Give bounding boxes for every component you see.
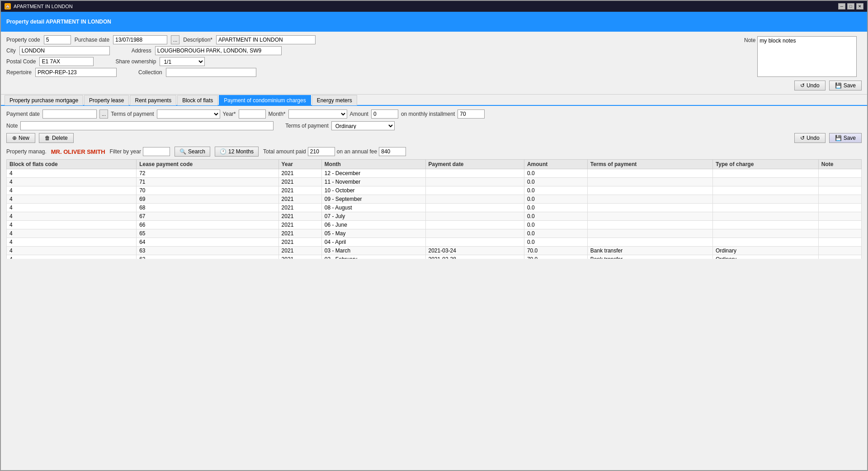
col-block-code: Block of flats code	[7, 160, 137, 169]
table-container: Block of flats code Lease payment code Y…	[6, 159, 862, 259]
title-bar-title: APARTMENT IN LONDON	[14, 4, 73, 9]
col-month: Month	[321, 160, 425, 169]
address-input[interactable]	[155, 46, 282, 55]
col-terms: Terms of payment	[587, 160, 712, 169]
payment-save-label: Save	[844, 135, 856, 141]
repertoire-label: Repertoire	[6, 69, 32, 76]
annual-fee-label: on an annual fee	[337, 148, 377, 155]
table-cell	[818, 195, 861, 204]
delete-button[interactable]: 🗑 Delete	[39, 133, 74, 143]
table-cell	[425, 186, 524, 195]
table-cell: 10 - October	[321, 186, 425, 195]
description-label: Description*	[183, 37, 212, 43]
table-cell	[818, 178, 861, 186]
table-cell: 12 - December	[321, 169, 425, 178]
table-cell	[818, 238, 861, 247]
table-cell	[425, 212, 524, 221]
table-row[interactable]: 468202108 - August0.0	[7, 204, 862, 212]
payment-undo-label: Undo	[807, 135, 820, 141]
table-row[interactable]: 470202110 - October0.0	[7, 186, 862, 195]
table-cell: 07 - July	[321, 212, 425, 221]
purchase-date-input[interactable]	[113, 35, 167, 44]
amount-label: Amount	[350, 111, 368, 117]
col-payment-date: Payment date	[425, 160, 524, 169]
new-button[interactable]: ⊕ New	[6, 133, 35, 143]
payment-save-button[interactable]: 💾 Save	[829, 133, 862, 143]
minimize-button[interactable]: ─	[838, 3, 845, 10]
tab-energy[interactable]: Energy meters	[312, 95, 357, 105]
payment-date-dots-button[interactable]: ...	[99, 109, 108, 119]
annual-fee-input[interactable]	[379, 147, 406, 156]
payment-save-icon: 💾	[835, 135, 842, 141]
table-cell: Bank transfer	[587, 255, 712, 259]
table-cell	[818, 255, 861, 259]
table-cell: 2021-02-28	[425, 255, 524, 259]
title-bar-left: 🏠 APARTMENT IN LONDON	[5, 3, 73, 10]
payment-terms-select[interactable]: Ordinary	[331, 121, 395, 130]
clock-icon: 🕐	[220, 148, 226, 155]
table-cell: 11 - November	[321, 178, 425, 186]
table-cell: 2021	[278, 169, 321, 178]
table-cell: 06 - June	[321, 221, 425, 229]
purchase-date-dots-button[interactable]: ...	[171, 35, 179, 44]
monthly-installment-label: on monthly installment	[401, 111, 455, 117]
table-row[interactable]: 462202102 - February2021-02-2870.0Bank t…	[7, 255, 862, 259]
table-row[interactable]: 471202111 - November0.0	[7, 178, 862, 186]
table-row[interactable]: 467202107 - July0.0	[7, 212, 862, 221]
amount-input[interactable]	[371, 109, 398, 119]
tab-bar: Property purchase mortgage Property leas…	[1, 95, 867, 106]
postal-code-input[interactable]	[39, 57, 94, 66]
months-button[interactable]: 🕐 12 Months	[215, 147, 259, 157]
tab-lease[interactable]: Property lease	[84, 95, 129, 105]
year-input[interactable]	[239, 109, 266, 119]
payment-note-input[interactable]	[20, 121, 274, 130]
month-select[interactable]	[288, 109, 347, 119]
table-cell	[712, 204, 818, 212]
filter-year-input[interactable]	[143, 147, 170, 156]
total-paid-input[interactable]	[308, 147, 335, 156]
terms-select[interactable]	[157, 109, 220, 119]
table-row[interactable]: 464202104 - April0.0	[7, 238, 862, 247]
payment-form-row2: Note Terms of payment Ordinary	[6, 121, 862, 130]
city-label: City	[6, 48, 16, 54]
monthly-installment-input[interactable]	[458, 109, 485, 119]
table-cell: 2021	[278, 204, 321, 212]
note-textarea[interactable]	[757, 36, 857, 77]
table-cell: 2021	[278, 178, 321, 186]
form-row-3: Postal Code Share ownership 1/1	[6, 57, 737, 66]
table-row[interactable]: 466202106 - June0.0	[7, 221, 862, 229]
maximize-button[interactable]: □	[847, 3, 854, 10]
table-cell	[587, 238, 712, 247]
table-cell: 08 - August	[321, 204, 425, 212]
tab-flats[interactable]: Block of flats	[177, 95, 218, 105]
table-cell: 70	[137, 186, 278, 195]
property-undo-button2[interactable]: ↺ Undo	[794, 81, 826, 90]
table-row[interactable]: 472202112 - December0.0	[7, 169, 862, 178]
table-row[interactable]: 469202109 - September0.0	[7, 195, 862, 204]
table-row[interactable]: 465202105 - May0.0	[7, 229, 862, 238]
table-cell	[818, 169, 861, 178]
tab-rent[interactable]: Rent payments	[130, 95, 176, 105]
search-button[interactable]: 🔍 Search	[175, 147, 210, 157]
payment-form-row1: Payment date ... Terms of payment Year* …	[6, 109, 862, 119]
table-cell	[587, 178, 712, 186]
property-code-input[interactable]	[44, 35, 71, 44]
share-ownership-select[interactable]: 1/1	[160, 57, 205, 66]
tab-mortgage[interactable]: Property purchase mortgage	[5, 95, 83, 105]
city-input[interactable]	[19, 46, 110, 55]
property-save-button2[interactable]: 💾 Save	[829, 81, 862, 90]
year-label: Year*	[223, 111, 236, 117]
collection-input[interactable]	[166, 68, 256, 77]
table-row[interactable]: 463202103 - March2021-03-2470.0Bank tran…	[7, 247, 862, 255]
table-cell	[425, 204, 524, 212]
table-cell: 66	[137, 221, 278, 229]
payment-date-input[interactable]	[42, 109, 97, 119]
filter-label: Filter by year	[110, 148, 141, 155]
payment-undo-button[interactable]: ↺ Undo	[794, 133, 826, 143]
app-icon: 🏠	[5, 3, 11, 10]
close-button[interactable]: ✕	[856, 3, 863, 10]
description-input[interactable]	[216, 35, 316, 44]
tab-condominium[interactable]: Payment of condominium charges	[219, 95, 311, 105]
repertoire-input[interactable]	[35, 68, 117, 77]
table-cell	[818, 221, 861, 229]
